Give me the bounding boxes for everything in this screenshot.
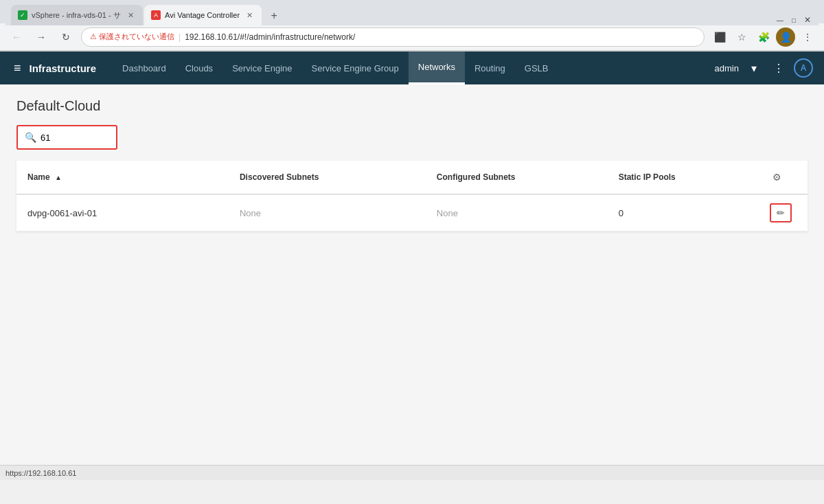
search-input[interactable]: [41, 133, 109, 143]
browser-titlebar: ✓ vSphere - infra-vds-01 - サマリ ✕ A Avi V…: [0, 0, 824, 23]
nav-link-service-engine-group[interactable]: Service Engine Group: [302, 51, 409, 84]
nav-dropdown-button[interactable]: ▾: [744, 58, 764, 78]
nav-more-button[interactable]: ⋮: [769, 58, 788, 78]
cast-button[interactable]: ⬛: [710, 27, 729, 47]
window-controls: — □ ✕: [775, 14, 813, 25]
minimize-button[interactable]: —: [775, 14, 786, 25]
address-bar-container: ← → ↻ ⚠ 保護されていない通信 | 192.168.10.61/#!/ad…: [0, 23, 824, 51]
hamburger-button[interactable]: ≡: [11, 58, 24, 78]
col-header-discovered[interactable]: Discovered Subnets: [229, 161, 426, 194]
cell-discovered-subnets: None: [229, 194, 426, 231]
cell-configured-subnets: None: [426, 194, 608, 231]
table-row: dvpg-0061-avi-01 None None 0 ✏: [16, 194, 808, 231]
app-wrapper: ≡ Infrastructure Dashboard Clouds Servic…: [0, 51, 824, 480]
address-bar[interactable]: ⚠ 保護されていない通信 | 192.168.10.61/#!/admin/in…: [81, 27, 705, 47]
search-box: 🔍: [16, 125, 117, 150]
nav-user: admin: [715, 63, 739, 73]
sort-arrow-name: ▲: [55, 174, 62, 181]
cell-static-ip-pools: 0: [608, 194, 759, 231]
tab-avi-title: Avi Vantage Controller: [165, 11, 240, 19]
nav-link-service-engine[interactable]: Service Engine: [222, 51, 301, 84]
table-header-row: Name ▲ Discovered Subnets Configured Sub…: [16, 161, 808, 194]
browser-actions: ⬛ ☆ 🧩 👤 ⋮: [710, 27, 817, 47]
bookmark-button[interactable]: ☆: [732, 27, 751, 47]
nav-link-networks[interactable]: Networks: [409, 51, 465, 84]
cell-name: dvpg-0061-avi-01: [16, 194, 229, 231]
nav-link-dashboard[interactable]: Dashboard: [113, 51, 176, 84]
reload-button[interactable]: ↻: [56, 27, 76, 47]
security-warning: ⚠ 保護されていない通信: [90, 32, 174, 42]
status-bar: https://192.168.10.61: [0, 465, 824, 480]
top-nav: ≡ Infrastructure Dashboard Clouds Servic…: [0, 51, 824, 84]
profile-button[interactable]: 👤: [776, 27, 795, 47]
forward-button[interactable]: →: [32, 27, 51, 47]
maximize-button[interactable]: □: [788, 14, 799, 25]
nav-link-clouds[interactable]: Clouds: [176, 51, 222, 84]
search-icon: 🔍: [25, 132, 36, 143]
address-separator: |: [179, 32, 181, 42]
search-bar: 🔍: [16, 125, 808, 150]
nav-links: Dashboard Clouds Service Engine Service …: [113, 51, 715, 84]
warning-icon: ⚠: [90, 32, 97, 41]
data-table: Name ▲ Discovered Subnets Configured Sub…: [16, 161, 808, 231]
tab-avi[interactable]: A Avi Vantage Controller ✕: [144, 5, 262, 25]
new-tab-button[interactable]: +: [264, 6, 284, 25]
browser-chrome: ✓ vSphere - infra-vds-01 - サマリ ✕ A Avi V…: [0, 0, 824, 51]
main-content: Default-Cloud 🔍 Name ▲ Discovered Subnet…: [0, 84, 824, 465]
app-title: Infrastructure: [30, 62, 97, 74]
col-header-static-ip-pools[interactable]: Static IP Pools: [608, 161, 759, 194]
tab-avi-close[interactable]: ✕: [244, 10, 255, 21]
nav-link-routing[interactable]: Routing: [465, 51, 515, 84]
edit-row-button[interactable]: ✏: [770, 203, 792, 222]
extensions-button[interactable]: 🧩: [754, 27, 773, 47]
tab-vsphere[interactable]: ✓ vSphere - infra-vds-01 - サマリ ✕: [11, 5, 143, 25]
tabs-bar: ✓ vSphere - infra-vds-01 - サマリ ✕ A Avi V…: [5, 1, 819, 25]
cell-actions: ✏: [759, 194, 808, 231]
status-url: https://192.168.10.61: [5, 469, 76, 477]
tab-vsphere-close[interactable]: ✕: [125, 10, 136, 21]
table-settings-button[interactable]: ⚙: [770, 169, 784, 185]
col-header-actions: ⚙: [759, 161, 808, 194]
col-header-configured[interactable]: Configured Subnets: [426, 161, 608, 194]
back-button[interactable]: ←: [7, 27, 26, 47]
avi-logo: A: [794, 58, 813, 78]
avi-favicon: A: [151, 10, 161, 20]
vsphere-favicon: ✓: [18, 10, 27, 20]
tab-vsphere-title: vSphere - infra-vds-01 - サマリ: [32, 10, 121, 21]
address-text: 192.168.10.61/#!/admin/infrastructure/ne…: [185, 32, 355, 42]
page-title: Default-Cloud: [16, 98, 808, 114]
more-options-button[interactable]: ⋮: [798, 27, 817, 47]
close-button[interactable]: ✕: [802, 14, 813, 25]
col-header-name[interactable]: Name ▲: [16, 161, 229, 194]
nav-link-gslb[interactable]: GSLB: [515, 51, 558, 84]
nav-right: admin ▾ ⋮ A: [715, 58, 813, 78]
